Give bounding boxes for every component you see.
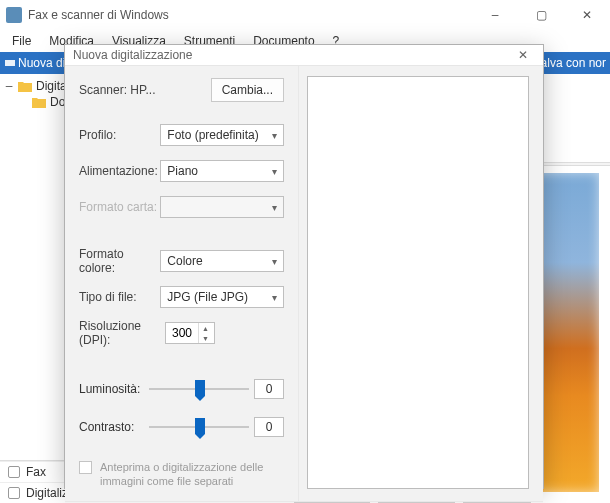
- scan-preview-box[interactable]: [307, 76, 529, 489]
- tab-label: Fax: [26, 465, 46, 479]
- chevron-down-icon: ▾: [272, 292, 277, 303]
- separate-files-label: Anteprima o digitalizzazione delle immag…: [100, 460, 284, 489]
- spinner-up-icon[interactable]: ▲: [199, 323, 212, 333]
- chevron-down-icon: ▾: [272, 130, 277, 141]
- source-label: Alimentazione:: [79, 164, 160, 178]
- dpi-spinner[interactable]: ▲ ▼: [165, 322, 215, 344]
- dpi-label: Risoluzione (DPI):: [79, 319, 165, 347]
- contrast-label: Contrasto:: [79, 420, 149, 434]
- dialog-close-button[interactable]: ✕: [511, 45, 535, 65]
- spinner-down-icon[interactable]: ▼: [199, 333, 212, 343]
- brightness-slider[interactable]: [149, 379, 249, 399]
- dialog-titlebar: Nuova digitalizzazione ✕: [65, 45, 543, 66]
- change-scanner-button[interactable]: Cambia...: [211, 78, 284, 102]
- filetype-label: Tipo di file:: [79, 290, 160, 304]
- contrast-slider[interactable]: [149, 417, 249, 437]
- paper-combo: ▾: [160, 196, 284, 218]
- profile-label: Profilo:: [79, 128, 160, 142]
- svg-rect-0: [5, 60, 15, 66]
- new-scan-dialog: Nuova digitalizzazione ✕ Scanner: HP... …: [64, 44, 544, 489]
- chevron-down-icon: ▾: [272, 256, 277, 267]
- separate-files-checkbox: [79, 461, 92, 474]
- dialog-preview-panel: [299, 66, 543, 501]
- close-button[interactable]: ✕: [564, 0, 610, 30]
- source-value: Piano: [167, 164, 198, 178]
- folder-icon: [18, 80, 32, 92]
- dpi-input[interactable]: [166, 326, 198, 340]
- dialog-form-panel: Scanner: HP... Cambia... Profilo: Foto (…: [65, 66, 299, 501]
- chevron-down-icon: ▾: [272, 202, 277, 213]
- app-icon: [6, 7, 22, 23]
- menu-file[interactable]: File: [4, 32, 39, 50]
- scanner-label: Scanner: HP...: [79, 83, 156, 97]
- dialog-title: Nuova digitalizzazione: [73, 48, 192, 62]
- fax-icon: [8, 466, 20, 478]
- paper-label: Formato carta:: [79, 200, 160, 214]
- slider-thumb-icon[interactable]: [195, 418, 205, 434]
- filetype-value: JPG (File JPG): [167, 290, 248, 304]
- scanner-icon: [4, 57, 16, 69]
- color-format-combo[interactable]: Colore ▾: [160, 250, 284, 272]
- color-format-value: Colore: [167, 254, 202, 268]
- contrast-value[interactable]: 0: [254, 417, 284, 437]
- scan-icon: [8, 487, 20, 499]
- source-combo[interactable]: Piano ▾: [160, 160, 284, 182]
- profile-value: Foto (predefinita): [167, 128, 258, 142]
- window-titlebar: Fax e scanner di Windows – ▢ ✕: [0, 0, 610, 30]
- brightness-label: Luminosità:: [79, 382, 149, 396]
- chevron-down-icon: ▾: [272, 166, 277, 177]
- filetype-combo[interactable]: JPG (File JPG) ▾: [160, 286, 284, 308]
- window-title: Fax e scanner di Windows: [28, 8, 472, 22]
- profile-combo[interactable]: Foto (predefinita) ▾: [160, 124, 284, 146]
- folder-icon: [32, 96, 46, 108]
- maximize-button[interactable]: ▢: [518, 0, 564, 30]
- minimize-button[interactable]: –: [472, 0, 518, 30]
- brightness-value[interactable]: 0: [254, 379, 284, 399]
- slider-thumb-icon[interactable]: [195, 380, 205, 396]
- expander-icon[interactable]: –: [4, 79, 14, 93]
- color-format-label: Formato colore:: [79, 247, 160, 275]
